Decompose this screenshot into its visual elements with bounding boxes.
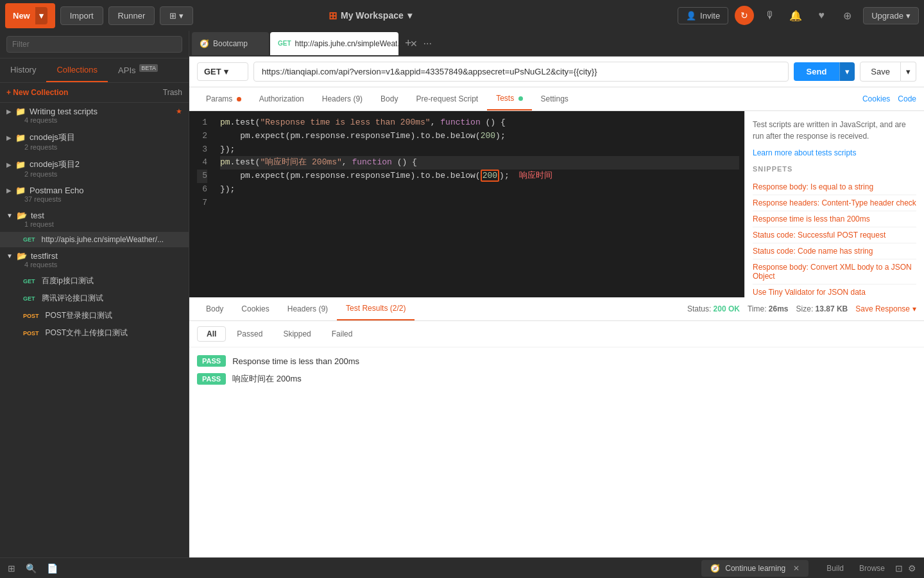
url-input[interactable] <box>253 62 789 82</box>
tab-request[interactable]: GET http://apis.juhe.cn/simpleWeat... ✕ <box>270 32 398 55</box>
collections-list: ▶ 📁 Writing test scripts ★ 4 requests ▶ … <box>0 103 189 557</box>
method-select[interactable]: GET ▾ <box>197 62 248 81</box>
collection-item[interactable]: ▶ 📁 cnodejs项目2 2 requests <box>0 155 189 182</box>
notification-icon[interactable]: 🔔 <box>786 6 805 25</box>
collapse-arrow: ▼ <box>6 252 13 259</box>
collection-item[interactable]: ▼ 📂 test 1 request <box>0 207 189 232</box>
import-button[interactable]: Import <box>60 6 103 25</box>
add-icon[interactable]: ⊕ <box>837 6 857 25</box>
code-link[interactable]: Code <box>898 94 916 103</box>
browse-button[interactable]: Browse <box>854 563 890 574</box>
new-collection-button[interactable]: + New Collection <box>6 88 68 97</box>
workspace-name: My Workspace <box>341 10 404 21</box>
snippet-item[interactable]: Response time is less than 200ms <box>753 211 916 227</box>
continue-icon: 🧭 <box>710 564 720 573</box>
settings-icon[interactable]: ⚙ <box>908 563 916 574</box>
response-tab-test-results[interactable]: Test Results (2/2) <box>337 297 415 320</box>
line-num: 1 <box>197 116 207 130</box>
snippet-item[interactable]: Status code: Successful POST request <box>753 227 916 243</box>
topbar-right: 👤 Invite ↻ 🎙 🔔 ♥ ⊕ Upgrade ▾ <box>678 6 919 25</box>
invite-button[interactable]: 👤 Invite <box>678 7 728 24</box>
invite-icon: 👤 <box>686 11 696 21</box>
request-item[interactable]: GET http://apis.juhe.cn/simpleWeather/..… <box>0 232 189 247</box>
test-result-item: PASS 响应时间在 200ms <box>197 373 916 385</box>
collection-item[interactable]: ▶ 📁 Writing test scripts ★ 4 requests <box>0 103 189 128</box>
tab-history[interactable]: History <box>0 58 46 82</box>
continue-close[interactable]: ✕ <box>793 564 800 573</box>
snippet-item[interactable]: Response body: Convert XML body to a JSO… <box>753 259 916 285</box>
collection-item[interactable]: ▶ 📁 cnodejs项目 2 requests <box>0 128 189 155</box>
build-button[interactable]: Build <box>821 563 849 574</box>
search-input[interactable] <box>6 36 182 53</box>
sync-icon[interactable]: ↻ <box>735 6 754 25</box>
bottom-right: Build Browse ⊡ ⚙ <box>814 563 924 574</box>
tab-headers[interactable]: Headers (9) <box>313 88 372 110</box>
layout-icon[interactable]: ⊡ <box>895 563 903 574</box>
response-tab-headers[interactable]: Headers (9) <box>278 298 337 320</box>
tab-more-button[interactable]: ··· <box>418 38 437 49</box>
tab-bootcamp[interactable]: 🧭 Bootcamp <box>192 32 269 55</box>
response-tab-cookies[interactable]: Cookies <box>232 298 278 320</box>
snippet-item[interactable]: Response body: Is equal to a string <box>753 179 916 195</box>
filter-skipped[interactable]: Skipped <box>273 326 320 342</box>
collection-name: cnodejs项目 <box>30 132 182 143</box>
collapse-arrow: ▼ <box>6 212 13 219</box>
tab-body[interactable]: Body <box>372 88 407 110</box>
favorite-icon[interactable]: ♥ <box>812 6 831 25</box>
runner-button[interactable]: Runner <box>108 6 155 25</box>
collection-item[interactable]: ▶ 📁 Postman Echo 37 requests <box>0 182 189 207</box>
snippet-item[interactable]: Use Tiny Validator for JSON data <box>753 285 916 297</box>
sidebar-actions: + New Collection Trash <box>0 83 189 103</box>
save-dropdown[interactable]: ▾ <box>901 62 916 82</box>
collection-item[interactable]: ▼ 📂 testfirst 4 requests <box>0 247 189 272</box>
method-badge: GET <box>21 236 38 243</box>
filter-all[interactable]: All <box>197 326 226 342</box>
learn-more-link[interactable]: Learn more about tests scripts <box>753 148 916 157</box>
interceptor-icon[interactable]: 🎙 <box>760 6 780 25</box>
line-num: 5 <box>197 170 207 183</box>
continue-learning-section[interactable]: 🧭 Continue learning ✕ <box>701 560 809 577</box>
view-button[interactable]: ⊞ ▾ <box>160 6 193 25</box>
tab-tests[interactable]: Tests <box>487 87 531 110</box>
folder-icon: 📁 <box>15 186 26 195</box>
request-item[interactable]: POST POST文件上传接口测试 <box>0 324 189 342</box>
send-dropdown[interactable]: ▾ <box>839 62 855 81</box>
request-item[interactable]: GET 腾讯评论接口测试 <box>0 290 189 307</box>
tab-collections[interactable]: Collections <box>46 58 108 82</box>
request-item[interactable]: GET 百度ip接口测试 <box>0 272 189 290</box>
send-button[interactable]: Send <box>794 62 840 81</box>
new-chevron[interactable]: ▾ <box>35 7 47 24</box>
bottom-docs-icon[interactable]: 📄 <box>47 563 58 574</box>
snippets-description: Test scripts are written in JavaScript, … <box>753 119 916 142</box>
filter-failed[interactable]: Failed <box>322 326 363 342</box>
snippet-item[interactable]: Status code: Code name has string <box>753 243 916 259</box>
main-layout: History Collections APIs BETA + New Coll… <box>0 31 924 557</box>
trash-button[interactable]: Trash <box>163 88 182 97</box>
tab-authorization[interactable]: Authorization <box>250 88 313 110</box>
bottom-search-icon[interactable]: 🔍 <box>26 563 37 574</box>
save-response-button[interactable]: Save Response ▾ <box>855 304 916 313</box>
cookies-link[interactable]: Cookies <box>862 94 890 103</box>
bottom-collections-icon[interactable]: ⊞ <box>8 563 15 574</box>
tab-apis[interactable]: APIs BETA <box>108 58 168 82</box>
sidebar-tabs: History Collections APIs BETA <box>0 58 189 83</box>
new-button[interactable]: New ▾ <box>5 3 55 28</box>
request-item[interactable]: POST POST登录接口测试 <box>0 307 189 324</box>
workspace-selector[interactable]: ⊞ My Workspace ▾ <box>329 10 412 22</box>
tab-close-button[interactable]: ✕ <box>410 39 418 49</box>
upgrade-label: Upgrade <box>871 11 903 21</box>
code-editor[interactable]: 1 2 3 4 5 6 7 pm.test("Response time is … <box>189 111 744 297</box>
filter-passed[interactable]: Passed <box>227 326 272 342</box>
size-value: 13.87 KB <box>816 304 848 313</box>
save-button[interactable]: Save <box>860 62 901 82</box>
workspace-icon: ⊞ <box>329 10 337 22</box>
tab-pre-request[interactable]: Pre-request Script <box>407 88 487 110</box>
status-ok: 200 OK <box>714 304 740 313</box>
snippet-item[interactable]: Response headers: Content-Type header ch… <box>753 195 916 211</box>
tab-params[interactable]: Params <box>197 88 250 110</box>
response-tab-body[interactable]: Body <box>197 298 232 320</box>
status-label: Status: 200 OK <box>687 304 740 313</box>
upgrade-button[interactable]: Upgrade ▾ <box>863 7 919 24</box>
response-area: Body Cookies Headers (9) Test Results (2… <box>189 297 924 557</box>
tab-settings[interactable]: Settings <box>532 88 578 110</box>
